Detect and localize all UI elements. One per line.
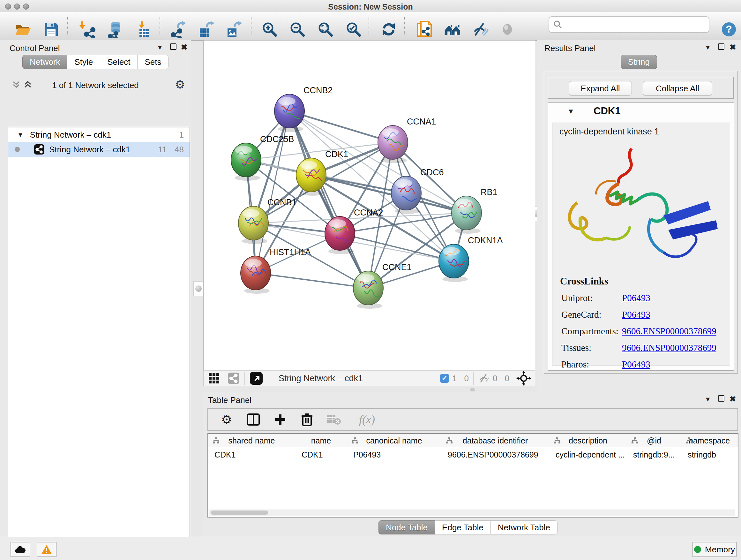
crosslink-label: Compartments: (561, 326, 618, 336)
delete-column-icon[interactable] (299, 412, 315, 428)
export-image-button[interactable] (225, 20, 243, 38)
column-header-database-identifier[interactable]: database identifier (441, 434, 549, 447)
column-header-namespace[interactable]: namespace (681, 434, 738, 447)
crosslink-link[interactable]: P06493 (622, 293, 650, 303)
save-session-button[interactable] (42, 20, 60, 38)
tab-node-table[interactable]: Node Table (379, 520, 435, 535)
zoom-fit-button[interactable] (317, 20, 334, 38)
birdseye-navigator-icon[interactable] (516, 371, 531, 386)
node-label: CCNA2 (354, 208, 383, 217)
network-edge[interactable] (256, 273, 368, 288)
table-cell[interactable]: CDK1 (214, 449, 294, 461)
column-header-shared-name[interactable]: shared name (208, 434, 295, 447)
open-file-button[interactable] (14, 20, 32, 38)
network-node-ccne1[interactable]: CCNE1 (353, 262, 412, 309)
network-view-title: String Network – cdk1 (279, 374, 363, 383)
column-header-description[interactable]: description (549, 434, 627, 447)
show-columns-icon[interactable] (246, 412, 261, 428)
show-all-button[interactable] (498, 20, 516, 38)
network-node-cdkn1a[interactable]: CDKN1A (439, 236, 503, 282)
table-cell[interactable]: P06493 (353, 449, 440, 461)
detach-view-icon[interactable] (249, 371, 263, 385)
first-neighbors-button[interactable] (444, 20, 461, 38)
crosslink-link[interactable]: P06493 (622, 309, 650, 320)
zoom-selected-icon (345, 21, 362, 38)
grid-view-icon[interactable] (208, 372, 220, 384)
add-column-icon[interactable] (272, 412, 288, 428)
help-button[interactable]: ? (720, 20, 738, 38)
refresh-button[interactable] (380, 20, 398, 38)
tab-network-table[interactable]: Network Table (490, 520, 557, 535)
tree-expander-icon[interactable]: ▼ (17, 131, 23, 138)
network-edge[interactable] (289, 111, 393, 142)
network-collection-row[interactable]: ▼ String Network – cdk1 1 (8, 127, 190, 142)
selected-checkbox-icon[interactable]: ✓ (440, 374, 449, 383)
network-node-ccnb2[interactable]: CCNB2 (274, 85, 333, 132)
panel-close-icon[interactable]: ✖ (728, 395, 738, 403)
table-cell[interactable]: cyclin-dependent ... (556, 449, 625, 461)
gear-icon[interactable]: ⚙ (175, 78, 185, 91)
network-edge[interactable] (289, 111, 368, 288)
table-cell[interactable]: 9606.ENSP00000378699 (448, 449, 548, 461)
tab-network[interactable]: Network (22, 55, 67, 69)
crosslink-label: Pharos: (561, 359, 589, 370)
network-node-ccna2[interactable]: CCNA2 (325, 208, 383, 254)
panel-close-icon[interactable]: ✖ (728, 43, 738, 52)
expand-all-button[interactable]: Expand All (569, 81, 632, 96)
export-table-icon (197, 21, 214, 38)
cloud-status-button[interactable] (10, 542, 30, 557)
tab-sets[interactable]: Sets (137, 55, 169, 69)
scrollbar-thumb[interactable] (211, 510, 268, 515)
zoom-selected-button[interactable] (345, 20, 362, 38)
collapse-all-button[interactable]: Collapse All (643, 81, 712, 96)
panel-close-icon[interactable]: ✖ (179, 43, 189, 52)
network-node-ccnb1[interactable]: CCNB1 (239, 198, 297, 244)
tab-style[interactable]: Style (67, 55, 100, 69)
memory-status-button[interactable]: Memory (692, 542, 737, 557)
panel-menu-icon[interactable]: ▾ (155, 43, 165, 52)
tab-string[interactable]: String (621, 55, 657, 69)
panel-float-icon[interactable] (717, 395, 726, 403)
new-network-from-selection-button[interactable] (415, 20, 433, 38)
node-label: CCNB2 (304, 85, 333, 95)
column-header-name[interactable]: name (295, 434, 347, 447)
table-cell[interactable]: CDK1 (301, 449, 346, 461)
zoom-out-button[interactable] (288, 20, 307, 38)
network-node-rb1[interactable]: RB1 (452, 187, 497, 234)
warning-status-button[interactable] (37, 542, 57, 557)
panel-menu-icon[interactable]: ▾ (703, 43, 713, 52)
crosslink-link[interactable]: P06493 (622, 359, 650, 370)
search-icon (553, 20, 562, 29)
network-canvas[interactable]: CCNB2CCNA1CDC25BCDK1CDC6RB1CCNB1CCNA2CDK… (203, 40, 535, 371)
gene-section: ▼ CDK1 cyclin-dependent kinase 1 (548, 103, 734, 371)
table-cell[interactable]: stringdb:9... (633, 449, 680, 461)
export-network-button[interactable] (169, 20, 187, 38)
search-box[interactable] (549, 16, 710, 33)
network-row[interactable]: String Network – cdk1 11 48 (8, 142, 190, 157)
tab-edge-table[interactable]: Edge Table (434, 520, 491, 535)
crosslink-link[interactable]: 9606.ENSP00000378699 (622, 343, 717, 353)
horizontal-scrollbar[interactable] (209, 509, 735, 516)
panel-menu-icon[interactable]: ▾ (703, 395, 713, 403)
table-cell[interactable]: stringdb (688, 449, 736, 461)
left-splitter-handle[interactable] (193, 281, 204, 296)
panel-float-icon[interactable] (717, 43, 726, 52)
search-input[interactable] (564, 20, 709, 29)
panel-float-icon[interactable] (169, 43, 178, 52)
zoom-in-button[interactable] (261, 20, 279, 38)
crosslink-link[interactable]: 9606.ENSP00000378699 (622, 326, 717, 336)
section-expander-icon[interactable]: ▼ (567, 107, 575, 116)
export-table-button[interactable] (197, 20, 215, 38)
gear-icon[interactable]: ⚙ (219, 412, 234, 428)
tab-select[interactable]: Select (100, 55, 138, 69)
import-table-from-file-button[interactable] (135, 20, 152, 38)
results-panel-tabs: String (621, 55, 657, 69)
column-header-@id[interactable]: @id (627, 434, 682, 447)
import-network-from-database-button[interactable] (106, 20, 124, 38)
hide-selected-button[interactable] (471, 20, 489, 38)
import-network-from-file-button[interactable] (78, 20, 96, 38)
column-header-canonical-name[interactable]: canonical name (347, 434, 442, 447)
network-view-icon[interactable] (227, 372, 240, 385)
bottom-splitter-handle[interactable] (470, 388, 475, 391)
network-node-hist1h1a[interactable]: HIST1H1A (241, 247, 311, 294)
